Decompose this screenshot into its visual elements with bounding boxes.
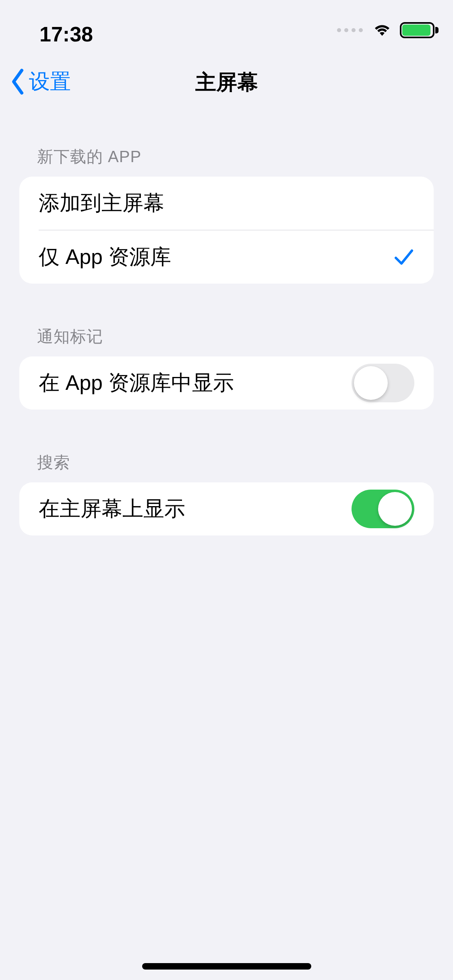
checkmark-icon (393, 247, 414, 268)
status-time: 17:38 (39, 22, 93, 46)
option-label: 添加到主屏幕 (39, 189, 164, 217)
status-icons (337, 22, 434, 38)
toggle-label: 在 App 资源库中显示 (39, 369, 234, 397)
section-header-search: 搜索 (37, 451, 434, 474)
group-new-apps: 添加到主屏幕 仅 App 资源库 (19, 177, 434, 284)
option-app-library-only[interactable]: 仅 App 资源库 (19, 231, 434, 284)
nav-bar: 设置 主屏幕 (0, 56, 453, 109)
home-indicator (142, 963, 311, 970)
section-badges: 通知标记 在 App 资源库中显示 (19, 325, 434, 410)
switch-show-on-home[interactable] (352, 490, 414, 528)
page-title: 主屏幕 (0, 68, 453, 97)
option-add-to-home[interactable]: 添加到主屏幕 (19, 177, 434, 230)
toggle-show-on-home[interactable]: 在主屏幕上显示 (19, 482, 434, 535)
battery-icon (400, 22, 434, 38)
toggle-show-in-app-library[interactable]: 在 App 资源库中显示 (19, 356, 434, 410)
section-header-badges: 通知标记 (37, 325, 434, 348)
switch-show-in-app-library[interactable] (352, 364, 414, 402)
section-new-apps: 新下载的 APP 添加到主屏幕 仅 App 资源库 (19, 146, 434, 284)
status-bar: 17:38 (0, 0, 453, 56)
group-badges: 在 App 资源库中显示 (19, 356, 434, 410)
option-label: 仅 App 资源库 (39, 243, 171, 271)
section-header-new-apps: 新下载的 APP (37, 146, 434, 168)
toggle-label: 在主屏幕上显示 (39, 495, 185, 523)
cellular-placeholder-icon (337, 28, 363, 32)
group-search: 在主屏幕上显示 (19, 482, 434, 535)
wifi-icon (372, 22, 393, 38)
section-search: 搜索 在主屏幕上显示 (19, 451, 434, 535)
